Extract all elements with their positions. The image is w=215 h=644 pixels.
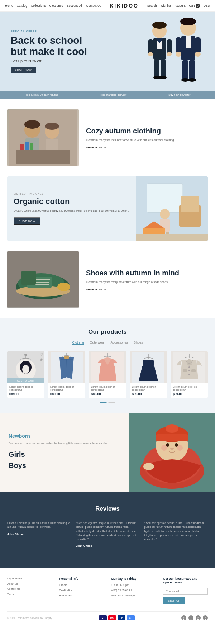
product-price: $89.00 bbox=[171, 392, 208, 398]
footer-about-us[interactable]: About us bbox=[7, 582, 52, 586]
hero-title: Back to school but make it cool bbox=[11, 35, 204, 57]
zoom-icon[interactable]: ⊕ bbox=[40, 357, 43, 361]
footer-addresses[interactable]: Addresses bbox=[59, 594, 104, 598]
product-jeans-icon bbox=[51, 352, 83, 383]
newborn-desc: Our newborn baby clothes are perfect for… bbox=[9, 442, 120, 446]
nav-catalog[interactable]: Catalog bbox=[17, 4, 27, 8]
footer-hours-heading: Monday to Friday bbox=[111, 577, 156, 581]
product-card: Lorem ipsum dolor sit consectetur $89.00 bbox=[171, 351, 208, 398]
google-pay-icon: GP bbox=[127, 615, 135, 620]
newborn-left: Newborn Our newborn baby clothes are per… bbox=[0, 413, 129, 492]
newsletter-input[interactable] bbox=[163, 588, 208, 595]
mastercard-icon: MC bbox=[108, 615, 116, 620]
nav-sections-all[interactable]: Sections All bbox=[67, 4, 82, 8]
footer-legal-notice[interactable]: Legal Notice bbox=[7, 577, 52, 581]
nav-home[interactable]: Home bbox=[5, 4, 13, 8]
nav-clearance[interactable]: Clearance bbox=[49, 4, 63, 8]
tab-accessories[interactable]: Accessories bbox=[111, 341, 128, 345]
instagram-icon[interactable]: in bbox=[196, 615, 201, 620]
facebook-icon[interactable]: f bbox=[181, 615, 186, 620]
nav-contact[interactable]: Contact Us bbox=[86, 4, 101, 8]
footer-personal-heading: Personal info bbox=[59, 577, 104, 581]
footer-bottom: © 2021 Ecommerce software by Shopify V M… bbox=[7, 611, 208, 620]
product-name: Lorem ipsum dolor sit consectetur bbox=[171, 383, 208, 392]
footer-orders[interactable]: Orders bbox=[59, 583, 104, 587]
newborn-image bbox=[129, 413, 215, 492]
footer: Legal Notice About us Contact us Terms P… bbox=[0, 568, 215, 625]
product-image bbox=[48, 351, 85, 383]
tab-clothing[interactable]: Clothing bbox=[72, 341, 84, 345]
cozy-title: Cozy autumn clothing bbox=[86, 127, 208, 135]
social-links: f t in p bbox=[181, 615, 208, 620]
tab-shoes[interactable]: Shoes bbox=[134, 341, 143, 345]
products-section: Our products Clothing Outerwear Accessor… bbox=[0, 318, 215, 413]
pinterest-icon[interactable]: p bbox=[203, 615, 208, 620]
svg-point-86 bbox=[166, 424, 178, 433]
nav-search[interactable]: Search bbox=[147, 4, 157, 8]
pagination-dot-2[interactable] bbox=[108, 402, 115, 403]
info-bar: Free & easy 90 day* returns Free standar… bbox=[0, 91, 215, 99]
newborn-label: Newborn bbox=[9, 433, 120, 439]
product-price: $89.00 bbox=[89, 392, 126, 398]
shoes-title: Shoes with autumn in mind bbox=[86, 269, 208, 277]
organic-shop-button[interactable]: SHOP NOW bbox=[14, 217, 40, 225]
footer-message-link[interactable]: Send us a message bbox=[111, 594, 156, 598]
review-card: " Sed non egestas neque, a ultrices orci… bbox=[76, 521, 139, 548]
nav-account[interactable]: Account bbox=[175, 4, 186, 8]
site-logo[interactable]: KIKIDOO bbox=[110, 3, 139, 9]
copyright: © 2021 Ecommerce software by Shopify bbox=[7, 617, 52, 619]
footer-contact-us[interactable]: Contact us bbox=[7, 587, 52, 591]
review-text: " Sed non egestas neque, a ultr... Curab… bbox=[144, 521, 208, 541]
visa-icon: V bbox=[99, 615, 107, 620]
svg-point-54 bbox=[57, 283, 70, 291]
product-name: Lorem ipsum dolor sit consectetur bbox=[7, 383, 44, 392]
cozy-illustration bbox=[9, 110, 77, 166]
newborn-girls[interactable]: Girls bbox=[9, 450, 120, 459]
svg-point-74 bbox=[188, 366, 190, 368]
footer-col-contact: Monday to Friday 10am - 6:30pm +[00] 23 … bbox=[111, 577, 156, 604]
organic-badge: LIMITED TIME ONLY bbox=[14, 193, 130, 195]
svg-rect-38 bbox=[181, 196, 199, 212]
svg-rect-78 bbox=[191, 369, 196, 372]
shoes-shop-link[interactable]: SHOP NOW bbox=[86, 288, 208, 291]
wishlist-icon[interactable]: ♡ bbox=[40, 352, 43, 356]
product-skirt-icon bbox=[132, 352, 164, 383]
shoes-illustration bbox=[7, 251, 79, 307]
review-text: Curabitur dictum, purus eu rutrum rutrum… bbox=[7, 521, 71, 529]
footer-newsletter-heading: Get our latest news and special sales bbox=[163, 577, 208, 584]
product-name: Lorem ipsum dolor sit consectetur bbox=[48, 383, 85, 392]
product-image bbox=[171, 351, 208, 383]
footer-phone: +[00] 23 45 67 89 bbox=[111, 589, 156, 593]
nav-collections[interactable]: Collections bbox=[31, 4, 46, 8]
organic-illustration bbox=[136, 176, 208, 241]
svg-point-91 bbox=[177, 445, 183, 451]
footer-credit-slips[interactable]: Credit slips bbox=[59, 589, 104, 593]
newsletter-signup-button[interactable]: SIGN UP bbox=[163, 597, 185, 604]
newborn-boys[interactable]: Boys bbox=[9, 461, 120, 470]
twitter-icon[interactable]: t bbox=[188, 615, 194, 620]
footer-terms[interactable]: Terms bbox=[7, 593, 52, 597]
hero-shop-button[interactable]: SHOP NOW bbox=[11, 67, 36, 73]
shoes-section: Shoes with autumn in mind Get them ready… bbox=[7, 251, 208, 308]
svg-rect-63 bbox=[24, 354, 27, 356]
svg-point-61 bbox=[28, 363, 31, 367]
product-dress-icon bbox=[91, 352, 124, 383]
products-tabs: Clothing Outerwear Accessories Shoes bbox=[7, 341, 208, 345]
products-grid: ♡ ⊕ ADD TO CART Lorem ipsum dolor sit co… bbox=[7, 351, 208, 398]
navigation: Home Catalog Collections Clearance Secti… bbox=[0, 0, 215, 12]
info-payment: Buy now, pay later bbox=[168, 93, 190, 96]
cozy-shop-link[interactable]: SHOP NOW bbox=[86, 146, 208, 149]
nav-wishlist[interactable]: Wishlist bbox=[161, 4, 171, 8]
svg-rect-45 bbox=[136, 234, 208, 241]
product-coat-icon bbox=[173, 352, 205, 383]
product-image: ♡ ⊕ ADD TO CART bbox=[7, 351, 44, 383]
product-icons: ♡ ⊕ bbox=[40, 352, 43, 361]
add-to-cart-button[interactable]: ADD TO CART bbox=[7, 378, 44, 383]
svg-point-90 bbox=[161, 445, 167, 451]
nav-currency[interactable]: USD bbox=[204, 4, 210, 8]
pagination-dot-1[interactable] bbox=[100, 402, 107, 403]
tab-outerwear[interactable]: Outerwear bbox=[90, 341, 105, 345]
nav-cart[interactable]: Cart 0 bbox=[189, 4, 200, 8]
product-price: $89.00 bbox=[130, 392, 167, 398]
svg-point-76 bbox=[188, 374, 190, 375]
